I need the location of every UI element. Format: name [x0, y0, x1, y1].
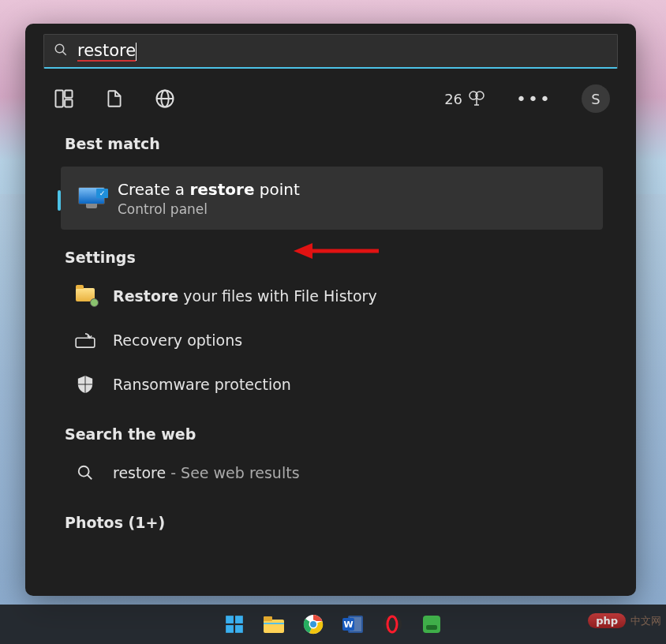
svg-rect-3	[65, 91, 72, 98]
svg-rect-2	[56, 91, 63, 107]
svg-rect-20	[264, 616, 272, 621]
rewards-points: 26	[444, 91, 462, 107]
best-match-result[interactable]: ✓ Create a restore point Control panel	[61, 167, 603, 230]
folder-history-icon	[75, 286, 95, 306]
selection-accent	[58, 190, 61, 211]
svg-rect-16	[235, 616, 243, 623]
chrome-icon[interactable]	[301, 612, 325, 636]
rewards[interactable]: 26	[444, 89, 486, 108]
user-avatar[interactable]: S	[582, 84, 610, 113]
web-result[interactable]: restore - See web results	[25, 451, 636, 495]
filter-documents-icon[interactable]	[102, 86, 127, 111]
svg-rect-4	[65, 99, 72, 107]
settings-result-recovery[interactable]: Recovery options	[25, 318, 636, 362]
word-icon[interactable]: W	[341, 612, 365, 636]
watermark: php 中文网	[588, 613, 661, 628]
section-best-match: Best match	[25, 113, 636, 160]
search-box[interactable]: restore	[43, 34, 618, 69]
svg-rect-12	[76, 338, 95, 347]
svg-point-24	[310, 621, 316, 627]
svg-line-14	[88, 475, 92, 480]
settings-result-ransomware[interactable]: Ransomware protection	[25, 362, 636, 406]
search-icon	[75, 462, 95, 483]
taskbar: W	[0, 605, 666, 644]
section-web: Search the web	[25, 406, 636, 451]
svg-rect-31	[423, 616, 440, 633]
more-icon[interactable]: •••	[511, 89, 556, 109]
svg-rect-15	[226, 616, 234, 623]
recovery-icon	[75, 330, 95, 350]
svg-text:W: W	[343, 620, 353, 630]
search-icon	[54, 43, 68, 60]
svg-rect-18	[235, 625, 243, 633]
svg-point-0	[55, 44, 64, 53]
search-input[interactable]: restore	[77, 41, 137, 61]
shield-icon	[75, 374, 95, 395]
svg-rect-32	[426, 625, 437, 630]
settings-result-file-history[interactable]: Restore your files with File History	[25, 274, 636, 318]
start-button[interactable]	[223, 612, 246, 636]
app-icon[interactable]	[420, 612, 443, 636]
svg-line-1	[62, 51, 66, 55]
best-match-subtitle: Control panel	[118, 201, 300, 217]
svg-point-29	[383, 615, 402, 634]
filter-row: 26 ••• S	[25, 69, 636, 113]
search-panel: restore 26 ••• S Best ma	[25, 24, 636, 596]
rewards-icon	[467, 89, 486, 108]
best-match-title: Create a restore point	[118, 179, 300, 200]
restore-point-icon: ✓	[78, 187, 105, 209]
filter-apps-icon[interactable]	[51, 86, 77, 111]
opera-icon[interactable]	[380, 612, 404, 636]
svg-rect-21	[264, 623, 284, 624]
section-settings: Settings	[25, 230, 636, 274]
svg-rect-17	[226, 625, 234, 633]
file-explorer-icon[interactable]	[262, 612, 286, 636]
svg-rect-19	[264, 620, 284, 633]
svg-point-13	[79, 466, 89, 477]
section-photos: Photos (1+)	[25, 495, 636, 539]
filter-web-icon[interactable]	[152, 86, 178, 111]
